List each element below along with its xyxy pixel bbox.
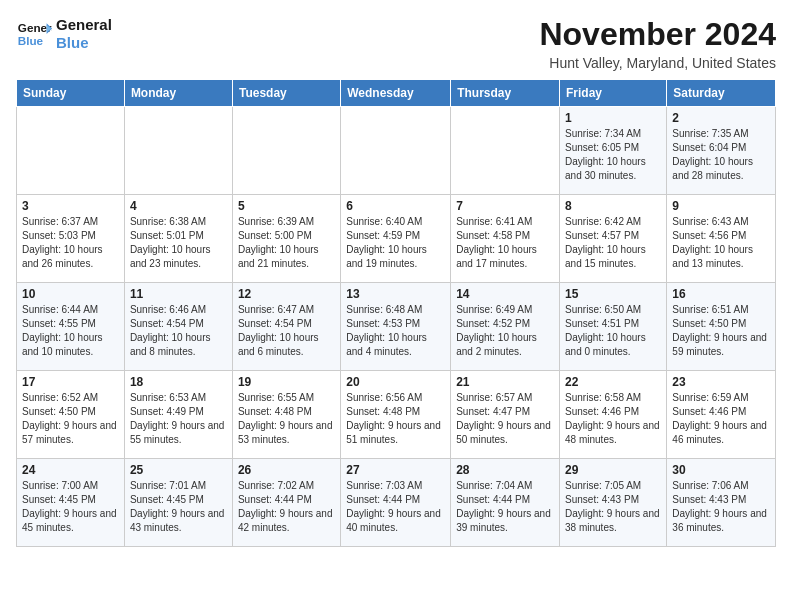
calendar-day-cell: 14Sunrise: 6:49 AM Sunset: 4:52 PM Dayli… [451, 283, 560, 371]
day-number: 22 [565, 375, 661, 389]
day-number: 17 [22, 375, 119, 389]
calendar-day-cell: 29Sunrise: 7:05 AM Sunset: 4:43 PM Dayli… [560, 459, 667, 547]
calendar-day-cell: 19Sunrise: 6:55 AM Sunset: 4:48 PM Dayli… [232, 371, 340, 459]
weekday-header-cell: Thursday [451, 80, 560, 107]
day-info: Sunrise: 6:47 AM Sunset: 4:54 PM Dayligh… [238, 303, 335, 359]
calendar-day-cell: 17Sunrise: 6:52 AM Sunset: 4:50 PM Dayli… [17, 371, 125, 459]
day-number: 27 [346, 463, 445, 477]
weekday-header-cell: Wednesday [341, 80, 451, 107]
day-info: Sunrise: 6:58 AM Sunset: 4:46 PM Dayligh… [565, 391, 661, 447]
calendar-title-area: November 2024 Hunt Valley, Maryland, Uni… [539, 16, 776, 71]
calendar-day-cell: 3Sunrise: 6:37 AM Sunset: 5:03 PM Daylig… [17, 195, 125, 283]
logo-line1: General [56, 16, 112, 34]
calendar-day-cell: 15Sunrise: 6:50 AM Sunset: 4:51 PM Dayli… [560, 283, 667, 371]
day-info: Sunrise: 6:46 AM Sunset: 4:54 PM Dayligh… [130, 303, 227, 359]
calendar-day-cell: 28Sunrise: 7:04 AM Sunset: 4:44 PM Dayli… [451, 459, 560, 547]
day-info: Sunrise: 6:43 AM Sunset: 4:56 PM Dayligh… [672, 215, 770, 271]
day-number: 18 [130, 375, 227, 389]
day-number: 21 [456, 375, 554, 389]
day-info: Sunrise: 7:35 AM Sunset: 6:04 PM Dayligh… [672, 127, 770, 183]
logo: General Blue General Blue [16, 16, 112, 52]
calendar-day-cell: 2Sunrise: 7:35 AM Sunset: 6:04 PM Daylig… [667, 107, 776, 195]
logo-icon: General Blue [16, 16, 52, 52]
calendar-day-cell: 8Sunrise: 6:42 AM Sunset: 4:57 PM Daylig… [560, 195, 667, 283]
calendar-day-cell: 22Sunrise: 6:58 AM Sunset: 4:46 PM Dayli… [560, 371, 667, 459]
calendar-day-cell: 16Sunrise: 6:51 AM Sunset: 4:50 PM Dayli… [667, 283, 776, 371]
day-info: Sunrise: 6:38 AM Sunset: 5:01 PM Dayligh… [130, 215, 227, 271]
day-number: 7 [456, 199, 554, 213]
day-number: 1 [565, 111, 661, 125]
day-info: Sunrise: 6:44 AM Sunset: 4:55 PM Dayligh… [22, 303, 119, 359]
calendar-day-cell: 21Sunrise: 6:57 AM Sunset: 4:47 PM Dayli… [451, 371, 560, 459]
location-title: Hunt Valley, Maryland, United States [539, 55, 776, 71]
calendar-day-cell: 25Sunrise: 7:01 AM Sunset: 4:45 PM Dayli… [124, 459, 232, 547]
weekday-header-row: SundayMondayTuesdayWednesdayThursdayFrid… [17, 80, 776, 107]
day-number: 23 [672, 375, 770, 389]
day-info: Sunrise: 6:57 AM Sunset: 4:47 PM Dayligh… [456, 391, 554, 447]
day-info: Sunrise: 6:40 AM Sunset: 4:59 PM Dayligh… [346, 215, 445, 271]
calendar-day-cell: 5Sunrise: 6:39 AM Sunset: 5:00 PM Daylig… [232, 195, 340, 283]
calendar-table: SundayMondayTuesdayWednesdayThursdayFrid… [16, 79, 776, 547]
day-number: 30 [672, 463, 770, 477]
day-number: 15 [565, 287, 661, 301]
calendar-day-cell [232, 107, 340, 195]
day-info: Sunrise: 6:51 AM Sunset: 4:50 PM Dayligh… [672, 303, 770, 359]
weekday-header-cell: Saturday [667, 80, 776, 107]
day-number: 16 [672, 287, 770, 301]
day-number: 29 [565, 463, 661, 477]
day-info: Sunrise: 6:49 AM Sunset: 4:52 PM Dayligh… [456, 303, 554, 359]
day-number: 6 [346, 199, 445, 213]
calendar-day-cell: 7Sunrise: 6:41 AM Sunset: 4:58 PM Daylig… [451, 195, 560, 283]
day-number: 5 [238, 199, 335, 213]
day-info: Sunrise: 6:37 AM Sunset: 5:03 PM Dayligh… [22, 215, 119, 271]
day-info: Sunrise: 7:01 AM Sunset: 4:45 PM Dayligh… [130, 479, 227, 535]
weekday-header-cell: Sunday [17, 80, 125, 107]
day-number: 28 [456, 463, 554, 477]
day-info: Sunrise: 6:50 AM Sunset: 4:51 PM Dayligh… [565, 303, 661, 359]
day-number: 11 [130, 287, 227, 301]
calendar-day-cell: 30Sunrise: 7:06 AM Sunset: 4:43 PM Dayli… [667, 459, 776, 547]
weekday-header-cell: Monday [124, 80, 232, 107]
calendar-day-cell: 9Sunrise: 6:43 AM Sunset: 4:56 PM Daylig… [667, 195, 776, 283]
day-number: 13 [346, 287, 445, 301]
calendar-day-cell: 23Sunrise: 6:59 AM Sunset: 4:46 PM Dayli… [667, 371, 776, 459]
calendar-day-cell: 20Sunrise: 6:56 AM Sunset: 4:48 PM Dayli… [341, 371, 451, 459]
day-info: Sunrise: 7:02 AM Sunset: 4:44 PM Dayligh… [238, 479, 335, 535]
logo-line2: Blue [56, 34, 112, 52]
calendar-day-cell: 12Sunrise: 6:47 AM Sunset: 4:54 PM Dayli… [232, 283, 340, 371]
day-number: 3 [22, 199, 119, 213]
calendar-day-cell: 18Sunrise: 6:53 AM Sunset: 4:49 PM Dayli… [124, 371, 232, 459]
day-info: Sunrise: 6:42 AM Sunset: 4:57 PM Dayligh… [565, 215, 661, 271]
day-number: 24 [22, 463, 119, 477]
calendar-day-cell [451, 107, 560, 195]
day-info: Sunrise: 6:56 AM Sunset: 4:48 PM Dayligh… [346, 391, 445, 447]
day-number: 2 [672, 111, 770, 125]
day-info: Sunrise: 7:03 AM Sunset: 4:44 PM Dayligh… [346, 479, 445, 535]
calendar-day-cell: 26Sunrise: 7:02 AM Sunset: 4:44 PM Dayli… [232, 459, 340, 547]
day-info: Sunrise: 6:53 AM Sunset: 4:49 PM Dayligh… [130, 391, 227, 447]
day-number: 4 [130, 199, 227, 213]
calendar-day-cell: 27Sunrise: 7:03 AM Sunset: 4:44 PM Dayli… [341, 459, 451, 547]
day-info: Sunrise: 7:00 AM Sunset: 4:45 PM Dayligh… [22, 479, 119, 535]
calendar-week-row: 3Sunrise: 6:37 AM Sunset: 5:03 PM Daylig… [17, 195, 776, 283]
calendar-day-cell: 4Sunrise: 6:38 AM Sunset: 5:01 PM Daylig… [124, 195, 232, 283]
calendar-day-cell: 10Sunrise: 6:44 AM Sunset: 4:55 PM Dayli… [17, 283, 125, 371]
calendar-body: 1Sunrise: 7:34 AM Sunset: 6:05 PM Daylig… [17, 107, 776, 547]
calendar-day-cell: 13Sunrise: 6:48 AM Sunset: 4:53 PM Dayli… [341, 283, 451, 371]
day-number: 10 [22, 287, 119, 301]
day-number: 20 [346, 375, 445, 389]
weekday-header-cell: Tuesday [232, 80, 340, 107]
day-info: Sunrise: 6:52 AM Sunset: 4:50 PM Dayligh… [22, 391, 119, 447]
day-number: 14 [456, 287, 554, 301]
day-number: 19 [238, 375, 335, 389]
day-info: Sunrise: 7:34 AM Sunset: 6:05 PM Dayligh… [565, 127, 661, 183]
day-info: Sunrise: 7:06 AM Sunset: 4:43 PM Dayligh… [672, 479, 770, 535]
calendar-day-cell: 1Sunrise: 7:34 AM Sunset: 6:05 PM Daylig… [560, 107, 667, 195]
calendar-week-row: 24Sunrise: 7:00 AM Sunset: 4:45 PM Dayli… [17, 459, 776, 547]
calendar-day-cell: 6Sunrise: 6:40 AM Sunset: 4:59 PM Daylig… [341, 195, 451, 283]
day-number: 26 [238, 463, 335, 477]
calendar-day-cell: 11Sunrise: 6:46 AM Sunset: 4:54 PM Dayli… [124, 283, 232, 371]
day-info: Sunrise: 7:04 AM Sunset: 4:44 PM Dayligh… [456, 479, 554, 535]
calendar-day-cell [124, 107, 232, 195]
day-number: 9 [672, 199, 770, 213]
